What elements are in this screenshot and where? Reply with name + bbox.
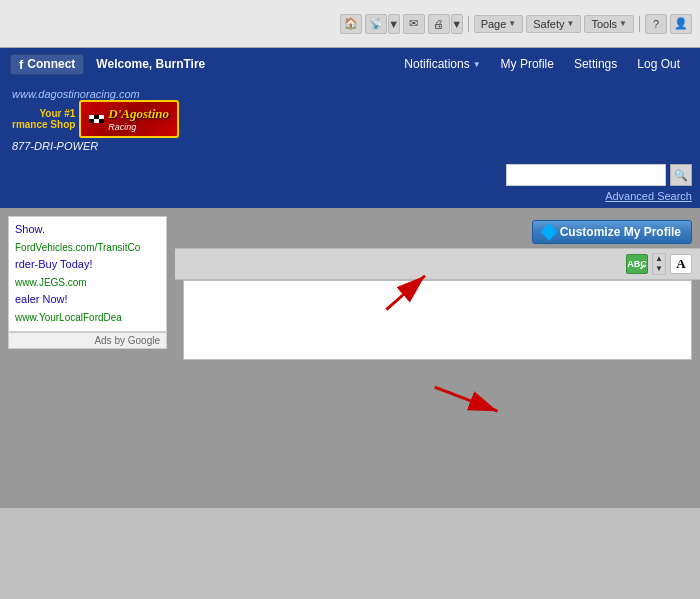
fb-logo: f: [19, 57, 23, 72]
ads-by-google: Ads by Google: [8, 332, 167, 349]
nav-links: Notifications ▼ My Profile Settings Log …: [394, 51, 690, 77]
safety-chevron: ▼: [566, 19, 574, 28]
brand-text-group: D'Agostino Racing: [108, 106, 169, 132]
mail-icon[interactable]: ✉: [403, 14, 425, 34]
user-icon[interactable]: 👤: [670, 14, 692, 34]
spellcheck-icon[interactable]: ABC ✓: [626, 254, 648, 274]
ad-1-url: FordVehicles.com/TransitCo: [15, 242, 140, 253]
text-content-area: [183, 280, 692, 360]
print-chevron[interactable]: ▼: [451, 14, 463, 34]
username-text: BurnTire: [156, 57, 206, 71]
ad-2-url: www.JEGS.com: [15, 277, 87, 288]
rmance-text: rmance Shop: [12, 119, 75, 130]
ad-2-title: rder-Buy Today! www.JEGS.com: [15, 256, 160, 291]
brand-sub-text: Racing: [108, 122, 169, 132]
diamond-icon: [540, 224, 557, 241]
safety-button[interactable]: Safety ▼: [526, 15, 581, 33]
brand-phone: 877-DRI-POWER: [12, 140, 98, 152]
ad-1-title: Show. FordVehicles.com/TransitCo: [15, 221, 160, 256]
rss-icon[interactable]: 📡: [365, 14, 387, 34]
tools-button[interactable]: Tools ▼: [584, 15, 634, 33]
banner-area: www.dagostinoracing.com Your #1 rmance S…: [0, 80, 700, 160]
toolbar-icons: 🏠 📡 ▼ ✉ 🖨 ▼ Page ▼ Safety ▼ Tools ▼ ? 👤: [340, 14, 692, 34]
top-nav: f Connect Welcome, BurnTire Notification…: [0, 48, 700, 80]
main-content: Show. FordVehicles.com/TransitCo rder-Bu…: [0, 208, 700, 508]
banner-url: www.dagostinoracing.com: [12, 88, 140, 100]
notifications-link[interactable]: Notifications ▼: [394, 51, 490, 77]
rss-chevron[interactable]: ▼: [388, 14, 400, 34]
page-button[interactable]: Page ▼: [474, 15, 524, 33]
ad-block: Show. FordVehicles.com/TransitCo rder-Bu…: [8, 216, 167, 332]
font-letter: A: [676, 256, 685, 272]
search-bar: 🔍: [0, 160, 700, 190]
logout-link[interactable]: Log Out: [627, 51, 690, 77]
advanced-search-row: Advanced Search: [0, 190, 700, 208]
flag-cell: [99, 119, 104, 123]
brand-name-text: D'Agostino: [108, 106, 169, 122]
site-header: f Connect Welcome, BurnTire Notification…: [0, 48, 700, 208]
settings-link[interactable]: Settings: [564, 51, 627, 77]
font-size-icon[interactable]: A: [670, 254, 692, 274]
page-chevron: ▼: [508, 19, 516, 28]
rss-group: 📡 ▼: [365, 14, 400, 34]
profile-area: Customize My Profile ABC ✓ ▲ ▼ A: [175, 208, 700, 508]
brand-row: Your #1 rmance Shop: [12, 100, 179, 138]
search-input[interactable]: [506, 164, 666, 186]
welcome-text: Welcome, BurnTire: [96, 57, 205, 71]
your1-label: Your #1 rmance Shop: [12, 108, 75, 130]
divider-2: [639, 16, 640, 32]
arrow-down: ▼: [653, 264, 665, 274]
help-icon[interactable]: ?: [645, 14, 667, 34]
sort-arrows-icon[interactable]: ▲ ▼: [652, 253, 666, 275]
customize-btn-container: Customize My Profile: [175, 212, 700, 244]
my-profile-link[interactable]: My Profile: [491, 51, 564, 77]
your1-text: Your #1: [39, 108, 75, 119]
home-icon[interactable]: 🏠: [340, 14, 362, 34]
ads-sidebar: Show. FordVehicles.com/TransitCo rder-Bu…: [0, 208, 175, 508]
notifications-chevron: ▼: [473, 60, 481, 69]
arrow-up: ▲: [653, 254, 665, 264]
check-mark: ✓: [639, 263, 646, 272]
tools-chevron: ▼: [619, 19, 627, 28]
brand-logo: D'Agostino Racing: [79, 100, 179, 138]
print-icon[interactable]: 🖨: [428, 14, 450, 34]
ad-3-url: www.YourLocalFordDea: [15, 312, 122, 323]
divider-1: [468, 16, 469, 32]
search-button[interactable]: 🔍: [670, 164, 692, 186]
logo-inner: D'Agostino Racing: [89, 106, 169, 132]
facebook-connect-button[interactable]: f Connect: [10, 54, 84, 75]
advanced-search-link[interactable]: Advanced Search: [605, 190, 692, 202]
browser-toolbar: 🏠 📡 ▼ ✉ 🖨 ▼ Page ▼ Safety ▼ Tools ▼ ? 👤: [0, 0, 700, 48]
brand-container: www.dagostinoracing.com Your #1 rmance S…: [12, 88, 179, 152]
abc-toolbar: ABC ✓ ▲ ▼ A: [175, 248, 700, 280]
ad-3-title: ealer Now! www.YourLocalFordDea: [15, 291, 160, 326]
flag-icon: [89, 115, 104, 123]
customize-profile-button[interactable]: Customize My Profile: [532, 220, 692, 244]
flag-row2: [89, 119, 104, 123]
print-group: 🖨 ▼: [428, 14, 463, 34]
